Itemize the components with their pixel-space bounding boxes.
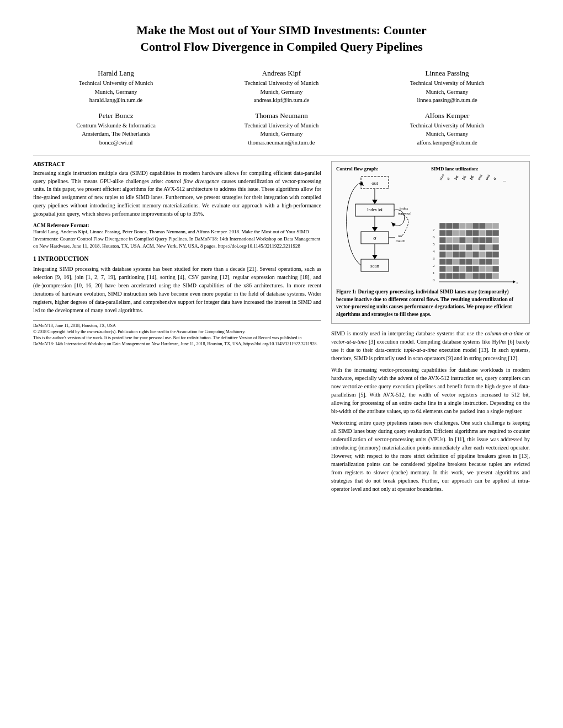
right-p3: Vectorizing entire query pipelines raise… [331,419,530,493]
author-5: Thomas Neumann Technical University of M… [199,110,364,147]
svg-rect-64 [466,237,472,243]
cfg-title: Control flow graph: [336,166,428,172]
svg-rect-47 [472,223,479,229]
author-3-affiliation: Technical University of Munich [364,79,530,88]
intro-p1: Integrating SIMD processing with databas… [33,265,321,314]
svg-text:match: match [396,239,406,243]
author-2-name: Andreas Kipf [199,68,364,79]
svg-rect-96 [439,266,446,272]
svg-rect-49 [486,223,492,229]
author-2: Andreas Kipf Technical University of Mun… [199,68,364,105]
svg-rect-82 [466,251,472,258]
author-6: Alfons Kemper Technical University of Mu… [364,110,530,147]
svg-rect-69 [439,244,446,250]
figure-1-box: Control flow graph: out Index ⋈ index [331,161,530,324]
author-1-name: Harald Lang [33,68,199,79]
svg-text:6: 6 [433,235,435,239]
svg-text:7: 7 [433,228,435,232]
author-3-name: Linnea Passing [364,68,530,79]
svg-rect-74 [472,244,479,250]
author-6-affiliation: Technical University of Munich [364,121,530,130]
svg-rect-91 [466,259,472,265]
svg-rect-50 [492,223,499,229]
paper-title: Make the Most out of Your SIMD Investmen… [33,22,530,55]
right-p2: With the increasing vector-processing ca… [331,366,530,415]
abstract-text: Increasing single instruction multiple d… [33,169,321,218]
svg-rect-59 [492,230,499,236]
svg-rect-45 [459,223,466,229]
author-3: Linnea Passing Technical University of M… [364,68,530,105]
svg-rect-52 [446,230,453,236]
svg-text:scan: scan [370,263,379,269]
svg-text:σ: σ [373,235,376,241]
svg-marker-3 [372,200,378,204]
svg-rect-109 [466,273,472,279]
svg-text:Index ⋈: Index ⋈ [367,207,383,212]
svg-rect-46 [466,223,472,229]
right-col-body: SIMD is mostly used in interpreting data… [331,329,530,493]
svg-marker-20 [359,181,364,186]
svg-text:out: out [476,174,484,181]
acm-ref-text: Harald Lang, Andreas Kipf, Linnea Passin… [33,228,321,250]
svg-rect-107 [453,273,459,279]
svg-rect-58 [486,230,492,236]
svg-text:⋈: ⋈ [469,174,475,180]
svg-rect-71 [453,244,459,250]
svg-rect-42 [439,223,446,229]
two-column-layout: ABSTRACT Increasing single instruction m… [33,161,530,496]
author-6-email: alfons.kemper@in.tum.de [364,138,530,147]
simd-title: SIMD lane utilization: [431,166,525,172]
author-4-location: Amsterdam, The Netherlands [33,130,199,138]
svg-rect-113 [492,273,499,279]
svg-rect-63 [459,237,466,243]
svg-text:5: 5 [433,242,435,247]
intro-heading: 1 INTRODUCTION [33,255,321,262]
cfg-svg: out Index ⋈ index traversal [336,174,413,284]
svg-rect-88 [446,259,453,265]
svg-rect-100 [466,266,472,272]
left-column: ABSTRACT Increasing single instruction m… [33,161,321,496]
svg-marker-41 [513,280,516,283]
acm-ref-heading: ACM Reference Format: [33,223,321,228]
svg-rect-70 [446,244,453,250]
svg-rect-99 [459,266,466,272]
svg-text:t: t [517,281,518,284]
svg-rect-67 [486,237,492,243]
svg-text:out: out [371,180,378,186]
svg-rect-51 [439,230,446,236]
svg-rect-62 [453,237,459,243]
author-5-location: Munich, Germany [199,130,364,138]
svg-marker-10 [372,227,378,232]
author-1: Harald Lang Technical University of Muni… [33,68,199,105]
author-1-email: harald.lang@in.tum.de [33,96,199,105]
author-2-affiliation: Technical University of Munich [199,79,364,88]
svg-text:scan: scan [438,174,445,181]
author-6-location: Munich, Germany [364,130,530,138]
svg-rect-80 [453,251,459,258]
simd-container: SIMD lane utilization: scan σ ⋈ ⋈ ⋈ out … [431,166,525,285]
intro-body: Integrating SIMD processing with databas… [33,265,321,314]
author-4-name: Peter Boncz [33,110,199,121]
author-4-email: boncz@cwi.nl [33,138,199,147]
svg-text:σ: σ [492,176,497,181]
author-2-location: Munich, Germany [199,88,364,97]
right-column: Control flow graph: out Index ⋈ index [331,161,530,496]
author-5-email: thomas.neumann@in.tum.de [199,138,364,147]
svg-rect-98 [453,266,459,272]
svg-rect-78 [439,251,446,258]
figure-inner: Control flow graph: out Index ⋈ index [336,166,525,285]
svg-rect-65 [472,237,479,243]
svg-rect-104 [492,266,499,272]
svg-rect-112 [486,273,492,279]
svg-rect-54 [459,230,466,236]
svg-text:⋈: ⋈ [453,174,460,180]
svg-text:1: 1 [433,271,435,275]
footer-note: DaMoN'18, June 11, 2018, Houston, TX, US… [33,320,321,347]
footer-event: DaMoN'18, June 11, 2018, Houston, TX, US… [33,323,321,329]
svg-text:σ: σ [445,176,451,181]
svg-rect-68 [492,237,499,243]
acm-reference: ACM Reference Format: Harald Lang, Andre… [33,223,321,250]
svg-rect-83 [472,251,479,258]
svg-text:3: 3 [433,256,435,261]
svg-rect-110 [472,273,479,279]
